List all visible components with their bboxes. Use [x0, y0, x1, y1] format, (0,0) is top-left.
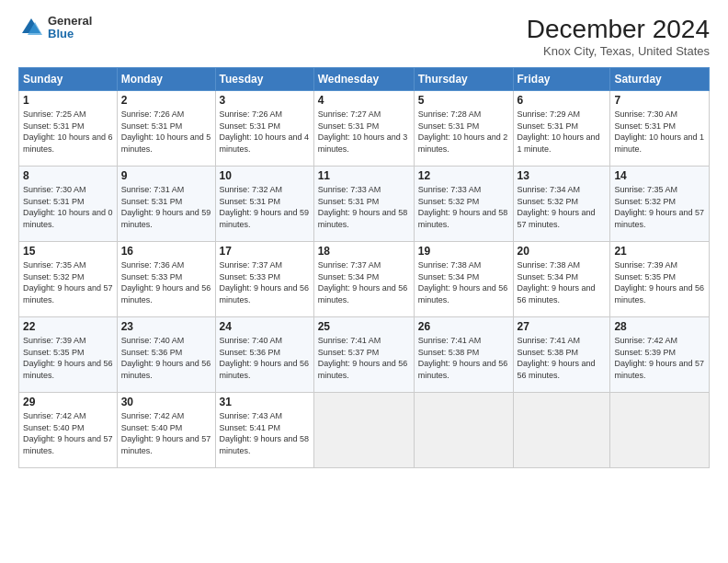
day-1: 1 Sunrise: 7:25 AMSunset: 5:31 PMDayligh… [19, 91, 118, 167]
day-7b: 7 Sunrise: 7:30 AMSunset: 5:31 PMDayligh… [610, 91, 710, 167]
day-5b: 5 Sunrise: 7:28 AMSunset: 5:31 PMDayligh… [414, 91, 513, 167]
main-title: December 2024 [527, 15, 710, 44]
empty-cell [313, 393, 414, 468]
empty-cell [610, 393, 710, 468]
day-14: 14 Sunrise: 7:35 AMSunset: 5:32 PMDaylig… [610, 167, 710, 242]
header: General Blue December 2024 Knox City, Te… [18, 15, 710, 58]
day-15: 15 Sunrise: 7:35 AMSunset: 5:32 PMDaylig… [19, 242, 118, 317]
page-container: General Blue December 2024 Knox City, Te… [0, 0, 728, 563]
day-17: 17 Sunrise: 7:37 AMSunset: 5:33 PMDaylig… [215, 242, 313, 317]
day-29: 29 Sunrise: 7:42 AMSunset: 5:40 PMDaylig… [19, 393, 118, 468]
day-30: 30 Sunrise: 7:42 AMSunset: 5:40 PMDaylig… [117, 393, 215, 468]
empty-cell [513, 393, 610, 468]
header-tuesday: Tuesday [215, 68, 313, 91]
logo-blue: Blue [48, 28, 92, 40]
day-10: 10 Sunrise: 7:32 AMSunset: 5:31 PMDaylig… [215, 167, 313, 242]
day-27: 27 Sunrise: 7:41 AMSunset: 5:38 PMDaylig… [513, 317, 610, 393]
subtitle: Knox City, Texas, United States [527, 44, 710, 58]
calendar-body: 1 Sunrise: 7:25 AMSunset: 5:31 PMDayligh… [19, 91, 710, 468]
header-friday: Friday [513, 68, 610, 91]
week-5: 29 Sunrise: 7:42 AMSunset: 5:40 PMDaylig… [19, 393, 710, 468]
calendar-header: Sunday Monday Tuesday Wednesday Thursday… [19, 68, 710, 91]
day-16: 16 Sunrise: 7:36 AMSunset: 5:33 PMDaylig… [117, 242, 215, 317]
header-wednesday: Wednesday [313, 68, 414, 91]
calendar-table: Sunday Monday Tuesday Wednesday Thursday… [18, 67, 710, 468]
header-thursday: Thursday [414, 68, 513, 91]
week-2: 8 Sunrise: 7:30 AMSunset: 5:31 PMDayligh… [19, 167, 710, 242]
day-31: 31 Sunrise: 7:43 AMSunset: 5:41 PMDaylig… [215, 393, 313, 468]
day-20: 20 Sunrise: 7:38 AMSunset: 5:34 PMDaylig… [513, 242, 610, 317]
day-9: 9 Sunrise: 7:31 AMSunset: 5:31 PMDayligh… [117, 167, 215, 242]
title-block: December 2024 Knox City, Texas, United S… [527, 15, 710, 58]
logo-icon [18, 15, 44, 40]
day-26: 26 Sunrise: 7:41 AMSunset: 5:38 PMDaylig… [414, 317, 513, 393]
day-23: 23 Sunrise: 7:40 AMSunset: 5:36 PMDaylig… [117, 317, 215, 393]
logo-text: General Blue [48, 15, 92, 41]
day-2: 2 Sunrise: 7:26 AMSunset: 5:31 PMDayligh… [117, 91, 215, 167]
day-11: 11 Sunrise: 7:33 AMSunset: 5:31 PMDaylig… [313, 167, 414, 242]
header-saturday: Saturday [610, 68, 710, 91]
day-8: 8 Sunrise: 7:30 AMSunset: 5:31 PMDayligh… [19, 167, 118, 242]
day-19: 19 Sunrise: 7:38 AMSunset: 5:34 PMDaylig… [414, 242, 513, 317]
week-1-actual: 1 Sunrise: 7:25 AMSunset: 5:31 PMDayligh… [19, 91, 710, 167]
day-6b: 6 Sunrise: 7:29 AMSunset: 5:31 PMDayligh… [513, 91, 610, 167]
day-24: 24 Sunrise: 7:40 AMSunset: 5:36 PMDaylig… [215, 317, 313, 393]
header-monday: Monday [117, 68, 215, 91]
day-12: 12 Sunrise: 7:33 AMSunset: 5:32 PMDaylig… [414, 167, 513, 242]
header-sunday: Sunday [19, 68, 118, 91]
day-13: 13 Sunrise: 7:34 AMSunset: 5:32 PMDaylig… [513, 167, 610, 242]
week-3: 15 Sunrise: 7:35 AMSunset: 5:32 PMDaylig… [19, 242, 710, 317]
day-4: 4 Sunrise: 7:27 AMSunset: 5:31 PMDayligh… [313, 91, 414, 167]
day-28: 28 Sunrise: 7:42 AMSunset: 5:39 PMDaylig… [610, 317, 710, 393]
day-3: 3 Sunrise: 7:26 AMSunset: 5:31 PMDayligh… [215, 91, 313, 167]
empty-cell [414, 393, 513, 468]
day-18: 18 Sunrise: 7:37 AMSunset: 5:34 PMDaylig… [313, 242, 414, 317]
day-21: 21 Sunrise: 7:39 AMSunset: 5:35 PMDaylig… [610, 242, 710, 317]
week-4: 22 Sunrise: 7:39 AMSunset: 5:35 PMDaylig… [19, 317, 710, 393]
logo-general: General [48, 15, 92, 28]
day-22: 22 Sunrise: 7:39 AMSunset: 5:35 PMDaylig… [19, 317, 118, 393]
day-25: 25 Sunrise: 7:41 AMSunset: 5:37 PMDaylig… [313, 317, 414, 393]
logo: General Blue [18, 15, 92, 41]
